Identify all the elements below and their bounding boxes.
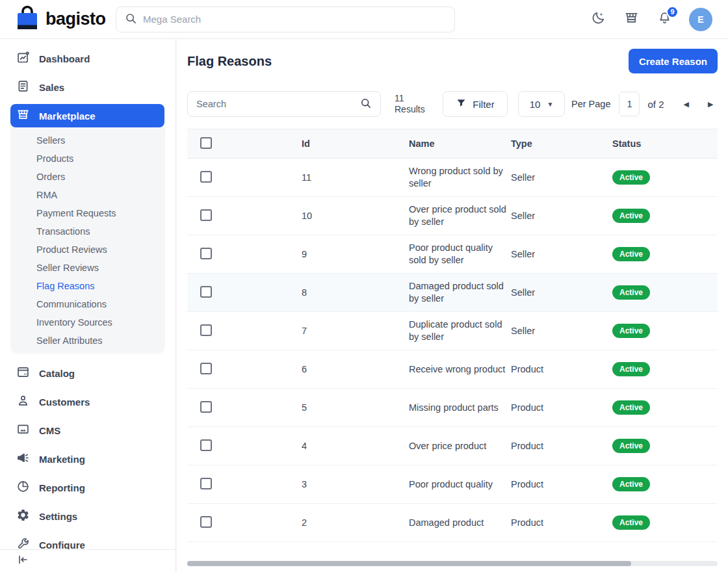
sidebar-item-flag-reasons[interactable]: Flag Reasons bbox=[10, 277, 165, 295]
marketplace-submenu: SellersProductsOrdersRMAPayment Requests… bbox=[10, 127, 165, 354]
table-row[interactable]: 6 Receive wrong product Product Active bbox=[187, 350, 718, 389]
row-type: Seller bbox=[511, 211, 612, 221]
brand-logo[interactable]: bagisto bbox=[16, 5, 116, 34]
sidebar-item-reporting[interactable]: Reporting bbox=[0, 473, 176, 502]
table-search[interactable] bbox=[187, 91, 381, 117]
row-type: Product bbox=[511, 517, 612, 528]
customers-icon bbox=[16, 394, 30, 410]
table-row[interactable]: 8 Damaged product sold by seller Seller … bbox=[187, 274, 718, 312]
row-checkbox[interactable] bbox=[200, 171, 212, 183]
notification-count-badge: 9 bbox=[666, 6, 679, 18]
row-id: 6 bbox=[302, 364, 409, 374]
status-badge: Active bbox=[612, 477, 650, 491]
row-id: 8 bbox=[302, 287, 409, 298]
select-all-checkbox[interactable] bbox=[200, 137, 212, 149]
sidebar-item-inventory-sources[interactable]: Inventory Sources bbox=[10, 313, 165, 332]
row-name: Receive wrong product bbox=[409, 363, 511, 376]
top-header: bagisto bbox=[0, 0, 728, 39]
sidebar-item-settings[interactable]: Settings bbox=[0, 502, 176, 530]
table-row[interactable]: 5 Missing product parts Product Active bbox=[187, 389, 718, 427]
row-checkbox[interactable] bbox=[200, 286, 212, 298]
row-checkbox[interactable] bbox=[200, 209, 212, 221]
sidebar-item-seller-attributes[interactable]: Seller Attributes bbox=[10, 332, 165, 350]
sidebar-item-rma[interactable]: RMA bbox=[10, 186, 165, 204]
sidebar-item-catalog[interactable]: Catalog bbox=[0, 359, 176, 387]
sidebar-item-label: Marketing bbox=[39, 454, 85, 465]
column-name: Name bbox=[409, 138, 511, 149]
row-name: Damaged product sold by seller bbox=[409, 280, 511, 305]
row-type: Seller bbox=[511, 249, 612, 259]
row-id: 3 bbox=[302, 479, 409, 489]
row-id: 7 bbox=[302, 326, 409, 336]
notifications-button[interactable]: 9 bbox=[656, 11, 673, 28]
results-count: 11 Results bbox=[395, 93, 436, 115]
row-name: Poor product quality sold by seller bbox=[409, 242, 511, 266]
sidebar-item-communications[interactable]: Communications bbox=[10, 295, 165, 313]
status-badge: Active bbox=[612, 170, 650, 185]
row-checkbox[interactable] bbox=[200, 363, 212, 374]
sidebar-item-transactions[interactable]: Transactions bbox=[10, 222, 165, 240]
sidebar-item-marketing[interactable]: Marketing bbox=[0, 445, 176, 473]
sidebar-item-products[interactable]: Products bbox=[10, 150, 165, 168]
next-page-icon[interactable]: ▶ bbox=[708, 100, 713, 109]
row-checkbox[interactable] bbox=[200, 324, 212, 336]
row-name: Over price product bbox=[409, 440, 511, 452]
sidebar-item-marketplace[interactable]: Marketplace bbox=[10, 104, 164, 127]
table-row[interactable]: 3 Poor product quality Product Active bbox=[187, 465, 718, 504]
dashboard-icon bbox=[16, 51, 30, 66]
sidebar-item-cms[interactable]: CMS bbox=[0, 416, 176, 445]
datagrid-toolbar: 11 Results Filter 10 ▼ Per Page of 2 ◀ ▶ bbox=[187, 91, 718, 117]
user-avatar[interactable]: E bbox=[689, 8, 712, 31]
table-row[interactable]: 7 Duplicate product sold by seller Selle… bbox=[187, 312, 718, 350]
row-name: Poor product quality bbox=[409, 478, 511, 491]
table-row[interactable]: 2 Damaged product Product Active bbox=[187, 504, 718, 542]
sidebar-item-seller-reviews[interactable]: Seller Reviews bbox=[10, 259, 165, 277]
row-id: 4 bbox=[302, 441, 409, 451]
horizontal-scrollbar[interactable] bbox=[187, 561, 718, 566]
sidebar-item-label: Configure bbox=[39, 540, 85, 551]
row-checkbox[interactable] bbox=[200, 401, 212, 413]
sidebar-item-label: CMS bbox=[39, 425, 60, 436]
scrollbar-thumb[interactable] bbox=[187, 561, 631, 566]
create-reason-button[interactable]: Create Reason bbox=[629, 49, 718, 73]
sidebar-collapse[interactable] bbox=[0, 549, 176, 572]
dark-mode-toggle[interactable] bbox=[590, 11, 606, 28]
sidebar-item-sellers[interactable]: Sellers bbox=[10, 131, 165, 150]
sidebar-item-sales[interactable]: Sales bbox=[0, 73, 176, 101]
row-checkbox[interactable] bbox=[200, 439, 212, 451]
table-row[interactable]: 9 Poor product quality sold by seller Se… bbox=[187, 235, 718, 274]
table-row[interactable]: 11 Wrong product sold by seller Seller A… bbox=[187, 159, 718, 197]
table-search-input[interactable] bbox=[196, 99, 359, 109]
sidebar-item-payment-requests[interactable]: Payment Requests bbox=[10, 204, 165, 222]
table-row[interactable]: 4 Over price product Product Active bbox=[187, 427, 718, 465]
filter-button[interactable]: Filter bbox=[443, 91, 508, 117]
row-name: Wrong product sold by seller bbox=[409, 165, 511, 190]
flag-reasons-table: Id Name Type Status 11 Wrong product sol… bbox=[187, 129, 718, 542]
search-icon bbox=[124, 12, 137, 27]
previous-page-icon[interactable]: ◀ bbox=[684, 100, 689, 109]
per-page-select[interactable]: 10 ▼ bbox=[518, 91, 565, 117]
row-checkbox[interactable] bbox=[200, 478, 212, 489]
storefront-button[interactable] bbox=[623, 11, 640, 28]
row-checkbox[interactable] bbox=[200, 516, 212, 528]
sidebar-item-product-reviews[interactable]: Product Reviews bbox=[10, 240, 165, 259]
row-checkbox[interactable] bbox=[200, 248, 212, 259]
mega-search[interactable] bbox=[116, 6, 455, 32]
sidebar-item-label: Catalog bbox=[39, 368, 75, 379]
column-type: Type bbox=[511, 138, 612, 149]
sidebar-item-dashboard[interactable]: Dashboard bbox=[0, 44, 176, 73]
table-row[interactable]: 10 Over price product sold by seller Sel… bbox=[187, 197, 718, 235]
row-id: 10 bbox=[302, 211, 409, 221]
row-type: Seller bbox=[511, 326, 612, 336]
mega-search-input[interactable] bbox=[143, 14, 447, 25]
page-number-input[interactable] bbox=[619, 92, 640, 116]
column-id: Id bbox=[302, 138, 409, 149]
per-page-label: Per Page bbox=[571, 99, 610, 109]
sidebar-item-label: Sales bbox=[39, 82, 64, 93]
row-name: Missing product parts bbox=[409, 402, 511, 414]
table-body: 11 Wrong product sold by seller Seller A… bbox=[187, 159, 718, 542]
catalog-icon bbox=[16, 365, 30, 381]
sidebar-item-orders[interactable]: Orders bbox=[10, 168, 165, 186]
row-id: 5 bbox=[302, 402, 409, 413]
sidebar-item-customers[interactable]: Customers bbox=[0, 387, 176, 416]
